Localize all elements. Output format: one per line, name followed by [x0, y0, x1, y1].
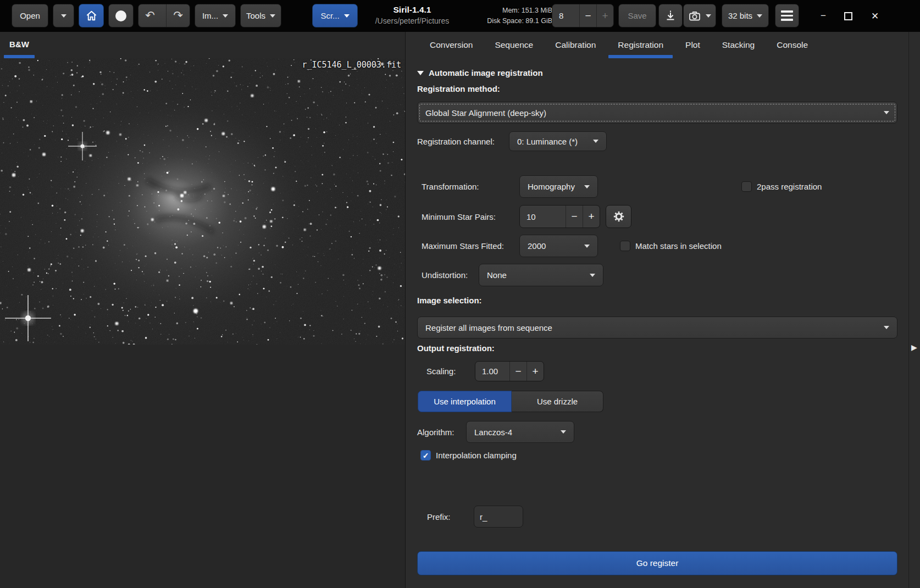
method-label-row: Registration method:	[417, 84, 500, 93]
save-button-label: Save	[628, 11, 646, 20]
tab-bw-channel[interactable]: B&W	[4, 32, 35, 58]
section-expander[interactable]: Automatic image registration	[417, 68, 543, 77]
starfield-svg	[0, 58, 405, 345]
undo-button[interactable]: ↶	[138, 4, 162, 27]
maximize-button[interactable]	[840, 8, 856, 24]
chevron-down-icon	[61, 14, 66, 18]
image-selection-label: Image selection:	[417, 296, 482, 305]
min-pairs-spinner: 10 − +	[519, 205, 600, 228]
tools-menu-label: Tools	[246, 11, 265, 20]
tab-stacking[interactable]: Stacking	[711, 32, 766, 58]
image-processing-menu-button[interactable]: Im...	[195, 4, 236, 27]
min-pairs-decrease-button[interactable]: −	[566, 206, 583, 228]
algorithm-dropdown[interactable]: Lanczos-4	[466, 421, 574, 443]
home-icon	[85, 9, 98, 22]
prefix-input[interactable]	[474, 506, 523, 528]
zoom-decrease-button[interactable]: −	[579, 4, 596, 27]
hamburger-menu-button[interactable]	[775, 4, 799, 27]
match-stars-checkbox-group[interactable]: ✓ Match stars in selection	[620, 241, 722, 251]
image-selection-label-row: Image selection:	[417, 296, 482, 305]
panel-edge-strip: ▶	[908, 32, 920, 588]
tab-calibration[interactable]: Calibration	[544, 32, 607, 58]
go-register-label: Go register	[636, 558, 679, 568]
scaling-decrease-button[interactable]: −	[509, 362, 526, 381]
close-button[interactable]: ✕	[867, 8, 883, 24]
chevron-down-icon	[590, 274, 595, 277]
snapshot-button[interactable]	[683, 4, 716, 27]
registration-channel-value: 0: Luminance (*)	[517, 137, 578, 146]
tab-conversion[interactable]: Conversion	[419, 32, 484, 58]
scaling-row: Scaling: 1.00 − +	[426, 361, 544, 381]
panel-tabbar: Conversion Sequence Calibration Registra…	[406, 32, 909, 58]
channel-label: Registration channel:	[417, 137, 509, 146]
channel-tabbar: B&W	[0, 32, 405, 58]
chevron-down-icon	[884, 111, 889, 114]
max-stars-row: Maximum Stars Fitted: 2000 ✓ Match stars…	[422, 235, 905, 257]
tools-menu-button[interactable]: Tools	[240, 4, 281, 27]
max-stars-label: Maximum Stars Fitted:	[422, 241, 519, 251]
open-button[interactable]: Open	[12, 4, 48, 27]
zoom-spinner: 8 − +	[552, 4, 614, 27]
chevron-down-icon	[223, 14, 228, 18]
minimize-icon: −	[821, 10, 826, 21]
min-pairs-value[interactable]: 10	[520, 206, 566, 228]
record-button[interactable]	[108, 4, 134, 27]
registration-method-value: Global Star Alignment (deep-sky)	[425, 108, 546, 118]
use-interpolation-button[interactable]: Use interpolation	[418, 391, 512, 412]
chevron-down-icon	[757, 14, 762, 18]
min-pairs-increase-button[interactable]: +	[583, 206, 600, 228]
scaling-value[interactable]: 1.00	[475, 362, 509, 381]
minimize-button[interactable]: −	[815, 8, 832, 24]
chevron-down-icon	[584, 245, 590, 248]
tab-console[interactable]: Console	[766, 32, 819, 58]
undistortion-value: None	[487, 270, 507, 280]
twopass-label: 2pass registration	[757, 182, 822, 191]
open-recent-dropdown-button[interactable]	[53, 4, 74, 27]
match-stars-label: Match stars in selection	[635, 241, 722, 251]
max-stars-dropdown[interactable]: 2000	[519, 235, 598, 257]
redo-button[interactable]: ↷	[166, 4, 190, 27]
twopass-checkbox[interactable]: ✓	[741, 181, 752, 192]
window-title-block: Siril-1.4.1 /Users/peterf/Pictures	[346, 4, 478, 26]
use-drizzle-button[interactable]: Use drizzle	[512, 391, 603, 412]
open-button-label: Open	[20, 11, 40, 20]
app-title: Siril-1.4.1	[346, 4, 478, 15]
section-title: Automatic image registration	[429, 68, 543, 77]
save-as-button[interactable]	[658, 4, 683, 27]
clamping-checkbox[interactable]: ✓	[420, 450, 431, 461]
image-selection-dropdown[interactable]: Register all images from sequence	[417, 317, 897, 339]
registration-channel-dropdown[interactable]: 0: Luminance (*)	[509, 131, 607, 151]
match-stars-checkbox[interactable]: ✓	[620, 241, 630, 251]
undistortion-dropdown[interactable]: None	[479, 264, 603, 286]
max-stars-value: 2000	[528, 241, 546, 251]
image-selection-value: Register all images from sequence	[425, 323, 552, 332]
camera-icon	[688, 9, 701, 23]
transformation-dropdown[interactable]: Homography	[519, 175, 598, 198]
zoom-value[interactable]: 8	[552, 4, 579, 27]
chevron-down-icon	[270, 14, 275, 18]
panel-expander-handle[interactable]: ▶	[911, 343, 917, 352]
download-icon	[664, 9, 677, 23]
tab-sequence[interactable]: Sequence	[484, 32, 544, 58]
chevron-down-icon	[884, 326, 889, 329]
maximize-icon	[844, 12, 852, 20]
tab-registration[interactable]: Registration	[607, 32, 674, 58]
zoom-increase-button[interactable]: +	[596, 4, 613, 27]
home-button[interactable]	[79, 4, 104, 27]
tab-plot[interactable]: Plot	[674, 32, 711, 58]
star-detection-settings-button[interactable]	[606, 205, 631, 228]
bit-depth-button[interactable]: 32 bits	[722, 4, 769, 27]
go-register-button[interactable]: Go register	[417, 551, 897, 575]
memory-status: Mem: 151.3 MiB	[467, 5, 552, 16]
transformation-label: Transformation:	[422, 182, 519, 191]
clamping-checkbox-group[interactable]: ✓ Interpolation clamping	[420, 450, 517, 461]
undistortion-label: Undistortion:	[422, 270, 479, 280]
image-viewport: B&W	[0, 32, 405, 588]
triangle-down-icon	[417, 71, 424, 75]
save-button[interactable]: Save	[618, 4, 656, 27]
registration-method-dropdown[interactable]: Global Star Alignment (deep-sky)	[417, 102, 897, 124]
starfield-image[interactable]: r_IC5146_L_00003.fit	[0, 58, 405, 345]
undistortion-row: Undistortion: None	[422, 264, 603, 286]
scaling-increase-button[interactable]: +	[526, 362, 544, 381]
twopass-checkbox-group[interactable]: ✓ 2pass registration	[741, 181, 822, 192]
